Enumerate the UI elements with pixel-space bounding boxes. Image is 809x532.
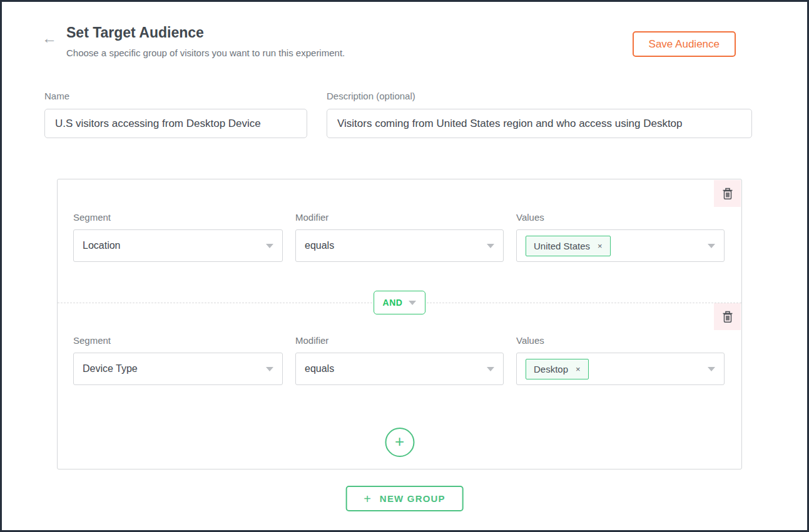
values-dropdown-2[interactable]: Desktop × [516,353,725,385]
modifier-value-2: equals [305,363,334,374]
chevron-down-icon [266,367,273,371]
new-group-label: NEW GROUP [380,493,445,504]
set-target-audience-page: ← Set Target Audience Choose a specific … [0,0,809,532]
value-tag-text: United States [534,241,590,251]
audience-condition-group: Segment Location Modifier equals Values … [57,179,742,469]
name-label: Name [44,91,69,101]
add-condition-button[interactable]: + [385,428,414,457]
modifier-label-1: Modifier [295,212,504,223]
value-tag-desktop: Desktop × [526,359,589,379]
value-tag-united-states: United States × [526,236,611,256]
modifier-value-1: equals [305,240,334,251]
new-group-button[interactable]: + NEW GROUP [345,486,464,511]
trash-icon [722,311,733,323]
chevron-down-icon [708,367,715,371]
segment-value-2: Device Type [83,363,138,374]
values-dropdown-1[interactable]: United States × [516,229,725,262]
segment-value-1: Location [83,240,121,251]
chevron-down-icon [487,244,494,248]
values-label-1: Values [516,212,725,223]
page-title: Set Target Audience [66,24,204,41]
back-arrow-icon[interactable]: ← [42,31,57,46]
plus-icon: + [364,493,371,505]
save-audience-button[interactable]: Save Audience [633,31,736,57]
modifier-dropdown-1[interactable]: equals [295,229,504,262]
operator-and-dropdown[interactable]: AND [374,291,426,314]
chevron-down-icon [487,367,494,371]
delete-condition-2-button[interactable] [714,303,741,330]
plus-icon: + [395,433,404,449]
description-input[interactable] [327,109,752,138]
page-subtitle: Choose a specific group of visitors you … [66,48,345,58]
trash-icon [722,188,733,200]
remove-tag-icon[interactable]: × [576,365,581,373]
segment-label-1: Segment [73,212,283,223]
chevron-down-icon [266,244,273,248]
operator-and-label: AND [383,298,403,308]
description-label: Description (optional) [327,91,415,101]
modifier-label-2: Modifier [295,335,504,346]
value-tag-text: Desktop [534,364,568,374]
modifier-dropdown-2[interactable]: equals [295,353,504,385]
values-label-2: Values [516,335,725,346]
delete-condition-1-button[interactable] [714,180,741,207]
chevron-down-icon [409,301,416,305]
remove-tag-icon[interactable]: × [598,242,603,250]
segment-label-2: Segment [73,335,283,346]
chevron-down-icon [708,244,715,248]
name-input[interactable] [44,109,307,138]
segment-dropdown-2[interactable]: Device Type [73,353,283,385]
segment-dropdown-1[interactable]: Location [73,229,283,262]
